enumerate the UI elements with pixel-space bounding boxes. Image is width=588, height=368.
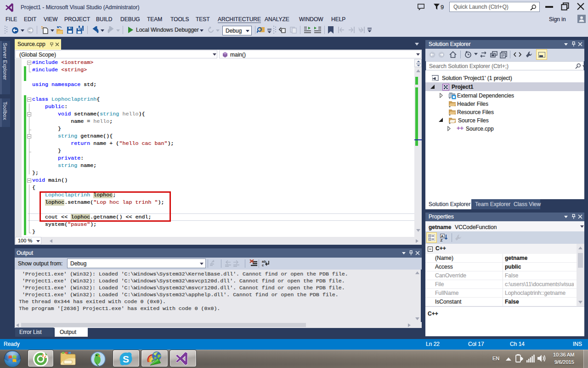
- svg-text:Z: Z: [441, 238, 443, 242]
- svg-text:S: S: [123, 354, 129, 364]
- svg-text:c: c: [262, 263, 264, 267]
